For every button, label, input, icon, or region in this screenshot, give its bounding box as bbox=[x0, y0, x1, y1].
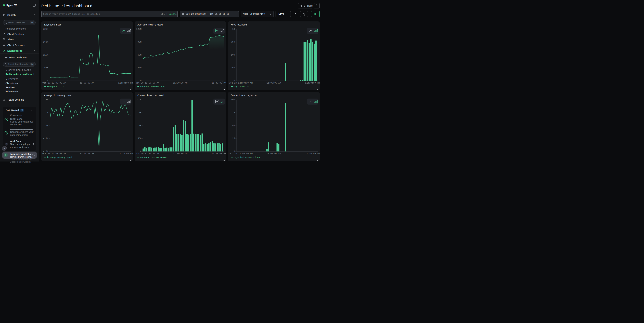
svg-text:55K: 55K bbox=[44, 66, 48, 69]
svg-text:Keys evicted: Keys evicted bbox=[231, 23, 246, 26]
svg-text:11:30:00 PM: 11:30:00 PM bbox=[212, 82, 226, 84]
svg-text:11:30:00 PM: 11:30:00 PM bbox=[118, 82, 133, 84]
svg-text:1K: 1K bbox=[232, 28, 235, 30]
svg-text:1.7K: 1.7K bbox=[136, 111, 142, 114]
svg-text:11:00:00 AM: 11:00:00 AM bbox=[80, 152, 94, 155]
svg-text:11:00:00 AM: 11:00:00 AM bbox=[80, 82, 94, 84]
svg-text:25: 25 bbox=[232, 137, 235, 140]
svg-text:60M: 60M bbox=[138, 54, 142, 56]
svg-text:165K: 165K bbox=[43, 41, 48, 43]
svg-text:11:00:00 AM: 11:00:00 AM bbox=[173, 152, 188, 155]
svg-text:11:30:00 PM: 11:30:00 PM bbox=[305, 82, 320, 84]
svg-text:Average memory used: Average memory used bbox=[140, 86, 165, 88]
svg-text:Change in memory used: Change in memory used bbox=[44, 94, 72, 97]
svg-text:1.1K: 1.1K bbox=[136, 124, 142, 127]
svg-text:Average memory used: Average memory used bbox=[47, 156, 72, 159]
svg-text:11:30:00 PM: 11:30:00 PM bbox=[212, 152, 226, 155]
svg-text:Connections recieved: Connections recieved bbox=[138, 94, 164, 97]
svg-text:rejected connections: rejected connections bbox=[233, 156, 260, 159]
svg-text:-6M: -6M bbox=[44, 124, 48, 127]
svg-text:Connections rejected: Connections rejected bbox=[231, 94, 257, 97]
svg-text:75: 75 bbox=[232, 111, 235, 114]
svg-text:Oct 20 12:00:00 AM: Oct 20 12:00:00 AM bbox=[229, 82, 252, 84]
svg-text:Keyspace hits: Keyspace hits bbox=[44, 23, 62, 26]
svg-text:11:30:00 PM: 11:30:00 PM bbox=[305, 152, 320, 155]
svg-text:90M: 90M bbox=[138, 41, 142, 43]
svg-text:11:00:00 AM: 11:00:00 AM bbox=[266, 152, 281, 155]
svg-text:550: 550 bbox=[138, 137, 142, 140]
svg-text:250: 250 bbox=[231, 66, 235, 69]
svg-text:2.2K: 2.2K bbox=[136, 99, 142, 101]
svg-text:Oct 20 12:00:00 AM: Oct 20 12:00:00 AM bbox=[42, 82, 66, 84]
svg-text:Oct 20 12:00:00 AM: Oct 20 12:00:00 AM bbox=[136, 152, 159, 155]
svg-text:220K: 220K bbox=[43, 28, 48, 30]
svg-text:11:30:00 PM: 11:30:00 PM bbox=[118, 152, 133, 155]
svg-text:120M: 120M bbox=[136, 28, 142, 30]
svg-text:-12M: -12M bbox=[43, 137, 48, 140]
svg-text:500: 500 bbox=[231, 54, 235, 56]
svg-text:30M: 30M bbox=[138, 66, 142, 69]
svg-text:0: 0 bbox=[47, 111, 48, 114]
svg-text:11:00:00 AM: 11:00:00 AM bbox=[173, 82, 188, 84]
svg-text:6M: 6M bbox=[46, 99, 48, 101]
svg-text:110K: 110K bbox=[43, 54, 48, 56]
svg-text:Oct 20 12:00:00 AM: Oct 20 12:00:00 AM bbox=[229, 152, 252, 155]
svg-text:11:00:00 AM: 11:00:00 AM bbox=[266, 82, 281, 84]
svg-text:750: 750 bbox=[231, 41, 235, 43]
svg-text:Average memory used: Average memory used bbox=[138, 23, 162, 26]
svg-text:Keys evicted: Keys evicted bbox=[233, 85, 249, 88]
svg-text:Oct 20 12:00:00 AM: Oct 20 12:00:00 AM bbox=[42, 152, 66, 155]
svg-text:Keyspace hits: Keyspace hits bbox=[47, 85, 64, 88]
svg-text:100: 100 bbox=[231, 99, 235, 101]
svg-text:Oct 20 12:00:00 AM: Oct 20 12:00:00 AM bbox=[136, 82, 159, 84]
svg-text:50: 50 bbox=[232, 124, 235, 127]
svg-text:Connections recieved: Connections recieved bbox=[140, 156, 166, 159]
